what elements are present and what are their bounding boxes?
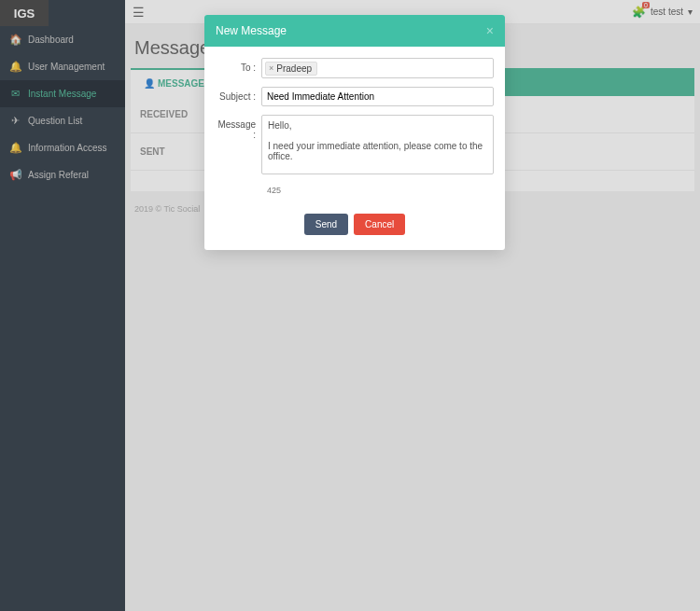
remove-token-icon[interactable]: × [269, 63, 273, 73]
close-icon[interactable]: × [486, 24, 494, 37]
cancel-button[interactable]: Cancel [354, 214, 405, 235]
to-label: To : [216, 58, 261, 73]
modal-body: To : × Pradeep Subject : Message : [204, 47, 505, 206]
message-textarea[interactable] [261, 115, 494, 174]
subject-input[interactable] [261, 87, 494, 106]
modal-title: New Message [216, 24, 287, 37]
modal-footer: Send Cancel [204, 206, 505, 250]
modal-header: New Message × [204, 15, 505, 47]
subject-label: Subject : [216, 87, 261, 102]
new-message-modal: New Message × To : × Pradeep Subject : M… [204, 15, 505, 250]
char-count: 425 [267, 186, 494, 195]
recipient-token[interactable]: × Pradeep [265, 62, 317, 76]
message-label: Message : [216, 115, 261, 140]
recipient-name: Pradeep [276, 63, 312, 74]
send-button[interactable]: Send [304, 214, 348, 235]
to-field[interactable]: × Pradeep [261, 58, 494, 78]
